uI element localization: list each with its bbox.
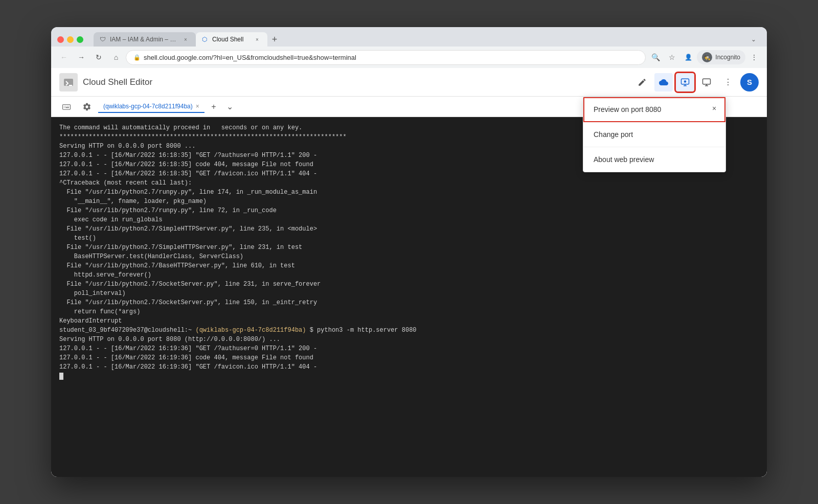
settings-button[interactable]	[78, 98, 96, 116]
address-bar[interactable]: 🔒 shell.cloud.google.com/?hl=en_US&fromc…	[126, 50, 646, 65]
lock-icon: 🔒	[133, 54, 141, 61]
back-button[interactable]: ←	[56, 50, 72, 65]
terminal-tab-active[interactable]: (qwiklabs-gcp-04-7c8d211f94ba) ×	[98, 101, 204, 113]
terminal-line-7: ^CTraceback (most recent call last):	[59, 178, 759, 188]
tab-favicon-cloud-shell: ⬡	[202, 36, 209, 43]
dropdown-item-change-port[interactable]: Change port	[583, 122, 725, 147]
profile-button[interactable]: 👤	[680, 50, 696, 65]
terminal-line-14: File "/usr/lib/python2.7/SimpleHTTPServe…	[59, 243, 759, 252]
terminal-prompt-user: student_03_9bf407209e37@cloudshell:~	[59, 327, 192, 334]
tab-label-iam: IAM – IAM & Admin – qwiklabs...	[110, 36, 178, 43]
more-tabs-button[interactable]: ⌄	[746, 32, 761, 47]
terminal-command: python3 -m http.server 8080	[317, 327, 416, 334]
browser-chrome: 🛡 IAM – IAM & Admin – qwiklabs... × ⬡ Cl…	[51, 27, 767, 68]
nav-bar: ← → ↻ ⌂ 🔒 shell.cloud.google.com/?hl=en_…	[51, 47, 767, 68]
terminal-line-27: 127.0.0.1 - - [16/Mar/2022 16:19:36] "GE…	[59, 362, 759, 372]
terminal-line-9: "__main__", fname, loader, pkg_name)	[59, 197, 759, 206]
address-text: shell.cloud.google.com/?hl=en_US&fromclo…	[144, 54, 638, 61]
incognito-badge[interactable]: 🕵 Incognito	[697, 50, 745, 64]
terminal-line-12: File "/usr/lib/python2.7/SimpleHTTPServe…	[59, 224, 759, 234]
browser-window: 🛡 IAM – IAM & Admin – qwiklabs... × ⬡ Cl…	[51, 27, 767, 477]
terminal-line-25: 127.0.0.1 - - [16/Mar/2022 16:19:36] "GE…	[59, 344, 759, 353]
home-button[interactable]: ⌂	[108, 50, 124, 65]
terminal-line-13: test()	[59, 234, 759, 243]
app-content: Cloud Shell Editor ⋮ S ×	[51, 68, 767, 477]
editor-logo-text: Cloud Shell Editor	[83, 77, 152, 87]
maximize-window-button[interactable]	[77, 36, 83, 43]
terminal-line-26: 127.0.0.1 - - [16/Mar/2022 16:19:36] cod…	[59, 353, 759, 362]
terminal-line-10: File "/usr/lib/python2.7/runpy.py", line…	[59, 206, 759, 215]
editor-toolbar: Cloud Shell Editor ⋮ S ×	[51, 68, 767, 97]
terminal-tab-dropdown-button[interactable]: ⌄	[223, 100, 237, 114]
tab-close-iam[interactable]: ×	[181, 35, 190, 43]
editor-logo: Cloud Shell Editor	[59, 73, 152, 91]
terminal-prompt-project: (qwiklabs-gcp-04-7c8d211f94ba)	[195, 327, 306, 334]
tab-cloud-shell[interactable]: ⬡ Cloud Shell ×	[196, 32, 267, 47]
toolbar-actions: ⋮ S	[633, 73, 759, 91]
web-preview-dropdown: × Preview on port 8080 Change port About…	[583, 97, 726, 172]
terminal-line-24: Serving HTTP on 0.0.0.0 port 8080 (http:…	[59, 335, 759, 344]
tabs-row: 🛡 IAM – IAM & Admin – qwiklabs... × ⬡ Cl…	[94, 32, 742, 47]
menu-button[interactable]: ⋮	[746, 50, 762, 65]
terminal-line-11: exec code in run_globals	[59, 215, 759, 224]
tab-label-cloud-shell: Cloud Shell	[212, 36, 250, 43]
title-bar: 🛡 IAM – IAM & Admin – qwiklabs... × ⬡ Cl…	[51, 27, 767, 47]
edit-button[interactable]	[633, 73, 651, 91]
monitor-button[interactable]	[697, 73, 716, 91]
incognito-icon: 🕵	[702, 52, 712, 62]
terminal-line-20: File "/usr/lib/python2.7/SocketServer.py…	[59, 298, 759, 307]
svg-rect-5	[63, 104, 71, 109]
user-avatar[interactable]: S	[740, 73, 759, 91]
terminal-line-8: File "/usr/lib/python2.7/runpy.py", line…	[59, 188, 759, 197]
incognito-label: Incognito	[715, 54, 740, 61]
svg-rect-4	[703, 79, 711, 84]
traffic-lights	[57, 36, 83, 43]
more-options-button[interactable]: ⋮	[719, 73, 737, 91]
terminal-tab-name: (qwiklabs-gcp-04-7c8d211f94ba)	[103, 103, 193, 110]
dropdown-close-button[interactable]: ×	[707, 101, 721, 116]
terminal-tab-close-button[interactable]: ×	[196, 103, 199, 110]
minimize-window-button[interactable]	[67, 36, 74, 43]
keyboard-button[interactable]	[57, 98, 76, 116]
nav-right-buttons: 🔍 ☆ 👤 🕵 Incognito ⋮	[648, 50, 762, 65]
terminal-line-21: return func(*args)	[59, 307, 759, 316]
search-button[interactable]: 🔍	[648, 50, 663, 65]
cloud-shell-logo-icon	[59, 73, 78, 91]
terminal-cursor	[59, 373, 63, 380]
terminal-prompt-dollar: $	[310, 327, 317, 334]
web-preview-button[interactable]	[676, 73, 694, 91]
close-window-button[interactable]	[57, 36, 64, 43]
tab-close-cloud-shell[interactable]: ×	[253, 35, 261, 43]
terminal-line-22: KeyboardInterrupt	[59, 316, 759, 326]
dropdown-item-preview-port[interactable]: Preview on port 8080	[583, 97, 725, 122]
dropdown-item-about-preview[interactable]: About web preview	[583, 147, 725, 172]
tab-iam[interactable]: 🛡 IAM – IAM & Admin – qwiklabs... ×	[94, 32, 196, 47]
terminal-line-18: File "/usr/lib/python2.7/SocketServer.py…	[59, 280, 759, 289]
terminal-line-cursor	[59, 372, 759, 381]
reload-button[interactable]: ↻	[91, 50, 106, 65]
terminal-line-19: poll_interval)	[59, 289, 759, 298]
new-tab-button[interactable]: +	[267, 32, 282, 47]
terminal-line-23: student_03_9bf407209e37@cloudshell:~ (qw…	[59, 326, 759, 335]
svg-rect-0	[64, 79, 73, 86]
cloud-connect-button[interactable]	[654, 73, 673, 91]
tab-favicon-iam: 🛡	[100, 36, 107, 43]
forward-button[interactable]: →	[74, 50, 89, 65]
bookmark-button[interactable]: ☆	[664, 50, 679, 65]
svg-point-3	[684, 80, 687, 83]
terminal-line-15: BaseHTTPServer.test(HandlerClass, Server…	[59, 252, 759, 261]
terminal-tab-add-button[interactable]: +	[207, 100, 221, 114]
terminal-line-17: httpd.serve_forever()	[59, 270, 759, 280]
terminal-line-16: File "/usr/lib/python2.7/BaseHTTPServer.…	[59, 261, 759, 270]
